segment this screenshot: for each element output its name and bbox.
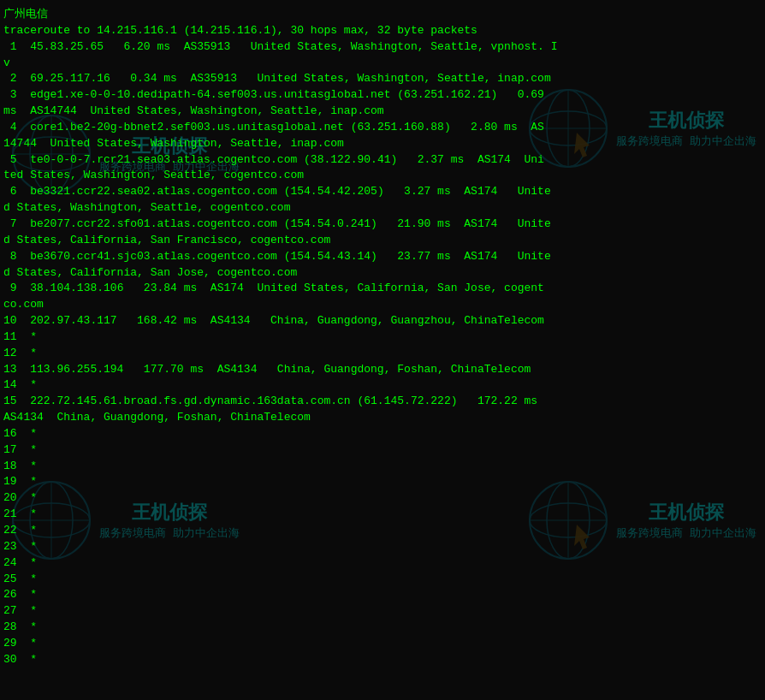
terminal-line: 17 *: [3, 442, 762, 459]
terminal-line: 11 *: [3, 329, 762, 346]
terminal-line: 25 *: [3, 572, 762, 588]
terminal-line: 12 *: [3, 346, 762, 362]
terminal-line: 28 *: [3, 620, 762, 636]
terminal-line: 6 be3321.ccr22.sea02.atlas.cogentco.com …: [3, 184, 762, 200]
terminal-line: 26 *: [3, 587, 762, 603]
terminal-line: 10 202.97.43.117 168.42 ms AS4134 China,…: [3, 313, 762, 329]
terminal-line: 30 *: [3, 652, 762, 668]
terminal-line: 14 *: [3, 377, 762, 394]
terminal-line: 14744 United States, Washington, Seattle…: [3, 136, 762, 152]
terminal-line: d States, California, San Jose, cogentco…: [3, 265, 762, 282]
terminal-line: 15 222.72.145.61.broad.fs.gd.dynamic.163…: [3, 394, 762, 410]
terminal-line: v: [3, 56, 762, 72]
terminal-line: traceroute to 14.215.116.1 (14.215.116.1…: [3, 23, 762, 39]
terminal-line: 16 *: [3, 426, 762, 442]
terminal-line: 9 38.104.138.106 23.84 ms AS174 United S…: [3, 281, 762, 297]
terminal-line: 5 te0-0-0-7.rcr21.sea03.atlas.cogentco.c…: [3, 152, 762, 169]
terminal-line: d States, California, San Francisco, cog…: [3, 233, 762, 249]
terminal-line: 3 edge1.xe-0-0-10.dedipath-64.sef003.us.…: [3, 87, 762, 104]
terminal-line: 4 core1.be2-20g-bbnet2.sef003.us.unitasg…: [3, 120, 762, 136]
terminal-line: 19 *: [3, 474, 762, 490]
terminal-line: co.com: [3, 297, 762, 313]
terminal-line: 27 *: [3, 603, 762, 620]
terminal-output: 广州电信traceroute to 14.215.116.1 (14.215.1…: [0, 0, 765, 675]
terminal-line: ted States, Washington, Seattle, cogentc…: [3, 168, 762, 184]
terminal-line: 24 *: [3, 555, 762, 572]
terminal-line: 20 *: [3, 490, 762, 507]
terminal-line: d States, Washington, Seattle, cogentco.…: [3, 200, 762, 217]
terminal-line: 广州电信: [3, 7, 762, 23]
terminal-line: 13 113.96.255.194 177.70 ms AS4134 China…: [3, 362, 762, 378]
terminal-line: 7 be2077.ccr22.sfo01.atlas.cogentco.com …: [3, 217, 762, 233]
terminal-line: AS4134 China, Guangdong, Foshan, ChinaTe…: [3, 410, 762, 426]
terminal-line: 8 be3670.ccr41.sjc03.atlas.cogentco.com …: [3, 249, 762, 265]
terminal-line: 21 *: [3, 507, 762, 523]
terminal-line: 23 *: [3, 539, 762, 555]
terminal-line: ms AS14744 United States, Washington, Se…: [3, 104, 762, 120]
terminal-line: 29 *: [3, 636, 762, 652]
terminal-line: 2 69.25.117.16 0.34 ms AS35913 United St…: [3, 71, 762, 87]
terminal-line: 1 45.83.25.65 6.20 ms AS35913 United Sta…: [3, 39, 762, 56]
terminal-line: 18 *: [3, 459, 762, 475]
terminal-line: 22 *: [3, 523, 762, 539]
